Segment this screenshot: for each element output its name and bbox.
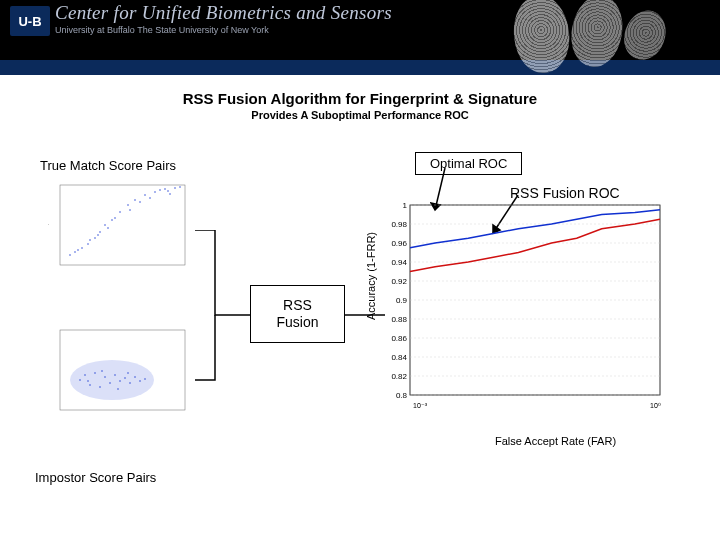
svg-point-47 [117, 388, 118, 389]
svg-text:10⁰: 10⁰ [650, 402, 661, 409]
svg-point-24 [167, 190, 168, 191]
svg-point-12 [134, 199, 135, 200]
svg-point-26 [169, 193, 170, 194]
svg-point-10 [119, 211, 120, 212]
svg-point-43 [139, 380, 140, 381]
svg-point-8 [104, 224, 105, 225]
svg-point-33 [89, 384, 90, 385]
svg-point-46 [101, 370, 102, 371]
svg-point-3 [77, 249, 78, 250]
svg-text:0.84: 0.84 [391, 353, 407, 362]
svg-point-5 [87, 243, 88, 244]
svg-text:0.92: 0.92 [391, 277, 407, 286]
svg-text:0.8: 0.8 [396, 391, 408, 400]
svg-text:0.86: 0.86 [391, 334, 407, 343]
svg-point-9 [111, 219, 112, 220]
svg-point-2 [74, 251, 75, 252]
svg-point-17 [139, 201, 140, 202]
svg-text:0.9: 0.9 [396, 296, 408, 305]
svg-point-35 [99, 386, 100, 387]
svg-point-23 [89, 239, 90, 240]
svg-text:0.96: 0.96 [391, 239, 407, 248]
svg-point-48 [127, 372, 128, 373]
svg-text:0.88: 0.88 [391, 315, 407, 324]
svg-point-42 [134, 376, 135, 377]
svg-text:0.82: 0.82 [391, 372, 407, 381]
header-banner: U-B Center for Unified Biometrics and Se… [0, 0, 720, 75]
svg-point-30 [70, 360, 154, 400]
svg-point-41 [129, 382, 130, 383]
svg-point-38 [114, 374, 115, 375]
svg-point-32 [84, 374, 85, 375]
fingerprint-icon [566, 0, 628, 71]
svg-point-27 [179, 186, 180, 187]
svg-point-25 [159, 189, 160, 190]
svg-rect-0 [60, 185, 185, 265]
svg-point-6 [94, 237, 95, 238]
impostor-scatter [40, 325, 195, 430]
fingerprint-icon [618, 5, 673, 66]
svg-text:0.94: 0.94 [391, 258, 407, 267]
svg-point-22 [97, 234, 98, 235]
connector-lines [195, 230, 255, 400]
svg-point-1 [69, 254, 70, 255]
fingerprint-icon [510, 0, 573, 76]
roc-ylabel: Accuracy (1-FRR) [365, 232, 377, 320]
banner-title: Center for Unified Biometrics and Sensor… [55, 2, 392, 24]
ub-logo: U-B [10, 6, 50, 36]
true-match-label: True Match Score Pairs [40, 158, 176, 173]
title-line2: Provides A Suboptimal Performance ROC [0, 109, 720, 121]
svg-point-37 [109, 382, 110, 383]
svg-point-21 [107, 227, 108, 228]
svg-point-20 [114, 217, 115, 218]
roc-chart: 0.80.820.840.860.880.90.920.940.960.981 … [385, 200, 670, 415]
svg-point-4 [81, 247, 82, 248]
svg-point-11 [127, 204, 128, 205]
svg-point-31 [79, 379, 80, 380]
svg-point-14 [154, 191, 155, 192]
svg-point-40 [124, 377, 125, 378]
banner-text: Center for Unified Biometrics and Sensor… [55, 2, 392, 35]
logo-box: U-B [10, 6, 50, 36]
svg-point-15 [164, 188, 165, 189]
fingerprint-art [514, 0, 665, 73]
svg-point-19 [129, 209, 130, 210]
svg-text:.: . [48, 220, 49, 226]
svg-point-44 [144, 378, 145, 379]
svg-point-16 [174, 187, 175, 188]
svg-point-13 [144, 194, 145, 195]
impostor-label: Impostor Score Pairs [35, 470, 156, 485]
svg-point-36 [104, 376, 105, 377]
svg-point-39 [119, 380, 120, 381]
svg-point-34 [94, 372, 95, 373]
roc-xlabel: False Accept Rate (FAR) [495, 435, 616, 447]
title-line1: RSS Fusion Algorithm for Fingerprint & S… [0, 90, 720, 107]
rss-fusion-box: RSSFusion [250, 285, 345, 343]
svg-point-7 [99, 231, 100, 232]
rss-fusion-label: RSSFusion [276, 297, 318, 331]
slide-heading: RSS Fusion Algorithm for Fingerprint & S… [0, 90, 720, 121]
svg-text:0.98: 0.98 [391, 220, 407, 229]
svg-point-45 [87, 380, 88, 381]
true-match-scatter: . [40, 180, 195, 285]
svg-text:10⁻³: 10⁻³ [413, 402, 428, 409]
banner-subtitle: University at Buffalo The State Universi… [55, 25, 392, 35]
svg-text:1: 1 [403, 201, 408, 210]
svg-point-18 [149, 197, 150, 198]
